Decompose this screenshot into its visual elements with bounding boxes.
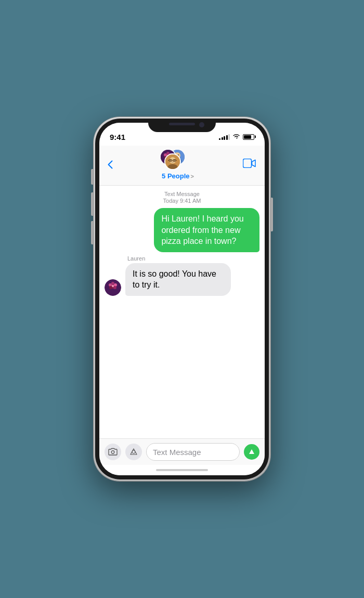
svg-point-31 — [112, 285, 114, 287]
messages-area: Text Message Today 9:41 AM Hi Lauren! I … — [99, 186, 265, 438]
send-arrow-icon — [249, 449, 254, 454]
send-button[interactable] — [244, 444, 259, 460]
home-bar[interactable] — [156, 469, 208, 471]
svg-point-26 — [109, 283, 112, 287]
notch — [148, 119, 216, 132]
battery-icon — [243, 134, 254, 140]
group-name[interactable]: 5 People > — [162, 172, 194, 180]
speaker — [169, 123, 195, 125]
status-time: 9:41 — [110, 133, 125, 141]
video-call-button[interactable] — [243, 158, 256, 171]
volume-up-button — [91, 192, 93, 216]
status-icons — [219, 133, 254, 141]
text-input-placeholder: Text Message — [153, 448, 201, 457]
volume-down-button — [91, 221, 93, 244]
svg-rect-23 — [243, 159, 252, 168]
power-button — [271, 198, 273, 231]
text-input-container[interactable]: Text Message — [146, 443, 240, 461]
front-camera — [199, 122, 204, 127]
svg-point-29 — [109, 286, 112, 289]
app-store-button[interactable] — [125, 444, 142, 460]
svg-point-28 — [111, 282, 114, 285]
back-button[interactable] — [108, 160, 113, 169]
wifi-icon — [232, 133, 240, 141]
sent-bubble: Hi Lauren! I heard you ordered from the … — [154, 208, 259, 252]
mute-button — [91, 169, 93, 185]
sender-name-label: Lauren — [122, 255, 265, 262]
svg-point-21 — [170, 160, 171, 161]
svg-point-27 — [114, 283, 117, 287]
input-bar: Text Message — [99, 438, 265, 465]
avatar-group — [160, 149, 196, 171]
svg-point-33 — [132, 450, 135, 453]
phone-body: 9:41 — [95, 119, 269, 479]
message-row: Hi Lauren! I heard you ordered from the … — [99, 208, 265, 252]
received-bubble: It is so good! You have to try it. — [125, 263, 231, 296]
service-label: Text Message — [99, 191, 265, 197]
avatar-3-main — [164, 153, 181, 170]
message-row: It is so good! You have to try it. — [99, 263, 265, 296]
chevron-right-icon: > — [191, 173, 194, 179]
sender-avatar — [105, 279, 121, 296]
home-indicator — [99, 465, 265, 475]
phone-frame: 9:41 — [94, 117, 270, 481]
svg-point-32 — [111, 451, 114, 454]
message-metadata: Text Message Today 9:41 AM — [99, 191, 265, 204]
nav-center[interactable]: 5 People > — [113, 149, 243, 180]
svg-point-22 — [174, 160, 175, 161]
svg-point-30 — [113, 286, 116, 289]
camera-button[interactable] — [105, 444, 121, 460]
signal-icon — [219, 134, 230, 140]
nav-header: 5 People > — [99, 146, 265, 186]
screen: 9:41 — [99, 123, 265, 475]
timestamp-label: Today 9:41 AM — [99, 198, 265, 204]
